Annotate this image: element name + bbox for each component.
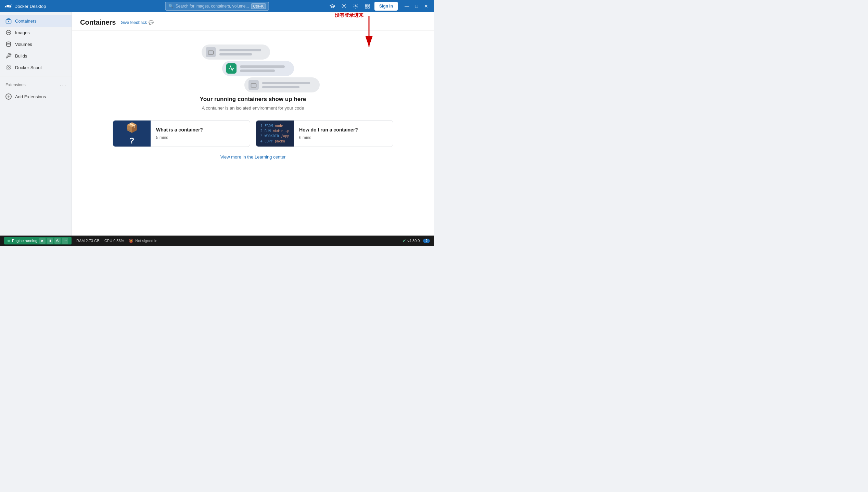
card-body-2: How do I run a container? 6 mins xyxy=(294,121,363,147)
engine-play-btn[interactable]: ▶ xyxy=(39,238,46,244)
images-icon xyxy=(5,29,12,36)
container-question-icon: 📦 xyxy=(126,122,138,133)
svg-rect-9 xyxy=(365,4,367,6)
grid-icon xyxy=(365,3,370,9)
version-label: v4.30.0 xyxy=(407,239,420,243)
pill-lines-3 xyxy=(262,82,316,88)
pill-line xyxy=(262,82,310,84)
docker-scout-icon xyxy=(5,64,12,71)
learning-cards: 📦 ? What is a container? 5 mins 1 FROM n… xyxy=(113,120,393,147)
extensions-label: Extensions xyxy=(5,83,26,87)
docker-scout-label: Docker Scout xyxy=(15,65,42,70)
svg-point-6 xyxy=(10,5,11,6)
learn-icon-btn[interactable] xyxy=(328,2,337,11)
container-illustrations xyxy=(181,41,325,89)
images-label: Images xyxy=(15,30,30,35)
feedback-icon: 💬 xyxy=(149,20,154,25)
search-box[interactable]: 🔍 Search for images, containers, volume.… xyxy=(165,2,269,11)
svg-rect-3 xyxy=(8,6,10,7)
page-title: Containers xyxy=(80,18,116,26)
illus-pill-3 xyxy=(244,77,320,92)
svg-point-8 xyxy=(355,5,356,7)
sidebar-item-volumes[interactable]: Volumes xyxy=(0,38,72,50)
illus-pill-1 xyxy=(202,45,270,60)
containers-icon xyxy=(5,18,12,24)
sidebar-item-images[interactable]: Images xyxy=(0,27,72,38)
check-icon: ✔ xyxy=(403,238,406,243)
app-body: Containers Images Volumes xyxy=(0,12,434,236)
gear-icon xyxy=(353,3,358,9)
grid-icon-btn[interactable] xyxy=(363,2,372,11)
svg-point-17 xyxy=(7,42,11,43)
card-duration-2: 6 mins xyxy=(299,135,358,140)
volumes-label: Volumes xyxy=(15,42,32,47)
svg-point-19 xyxy=(6,65,11,70)
sidebar-item-docker-scout[interactable]: Docker Scout xyxy=(0,62,72,73)
svg-rect-20 xyxy=(208,51,214,54)
pill-line xyxy=(240,65,285,68)
svg-point-18 xyxy=(8,67,10,68)
signin-button[interactable]: Sign in xyxy=(374,2,398,11)
sidebar: Containers Images Volumes xyxy=(0,12,72,236)
pill-line xyxy=(219,49,261,51)
main-content: Containers Give feedback 💬 xyxy=(72,12,434,236)
learn-card-1[interactable]: 📦 ? What is a container? 5 mins xyxy=(113,120,250,147)
view-more-link[interactable]: View more in the Learning center xyxy=(220,154,286,160)
question-mark: ? xyxy=(129,136,135,146)
add-extensions-icon: + xyxy=(5,93,12,100)
svg-rect-10 xyxy=(368,4,369,6)
svg-rect-21 xyxy=(251,84,256,87)
app-logo: Docker Desktop xyxy=(4,3,46,9)
statusbar-right: ✔ v4.30.0 2 xyxy=(403,238,430,243)
pill-lines-2 xyxy=(240,65,290,72)
card-title-2: How do I run a container? xyxy=(299,127,358,133)
engine-pause-btn[interactable]: ⏸ xyxy=(47,238,53,244)
add-extensions-label: Add Extensions xyxy=(15,94,46,99)
graduate-cap-icon xyxy=(330,3,335,9)
card-duration-1: 5 mins xyxy=(156,135,203,140)
extensions-header: Extensions ⋯ xyxy=(0,79,72,91)
bug-icon xyxy=(341,3,347,9)
bug-icon-btn[interactable] xyxy=(340,2,348,11)
search-bar[interactable]: 🔍 Search for images, containers, volume.… xyxy=(165,2,269,11)
engine-more-btn[interactable]: ⋯ xyxy=(62,238,68,244)
pill-line xyxy=(240,70,275,72)
card-thumb-2: 1 FROM node 2 RUN mkdir -p 3 WORKDIR /ap… xyxy=(256,121,294,147)
maximize-button[interactable]: □ xyxy=(413,2,420,10)
card-title-1: What is a container? xyxy=(156,127,203,133)
add-extensions-item[interactable]: + Add Extensions xyxy=(0,91,72,102)
svg-rect-11 xyxy=(365,7,367,8)
sidebar-item-builds[interactable]: Builds xyxy=(0,50,72,62)
empty-desc: A container is an isolated environment f… xyxy=(202,105,304,111)
learn-card-2[interactable]: 1 FROM node 2 RUN mkdir -p 3 WORKDIR /ap… xyxy=(256,120,393,147)
ram-stat: RAM 2.73 GB xyxy=(76,239,100,243)
card-body-1: What is a container? 5 mins xyxy=(151,121,208,147)
engine-label: Engine running xyxy=(12,239,37,243)
notifications-badge[interactable]: 2 xyxy=(423,239,430,243)
docker-whale-icon xyxy=(4,3,12,9)
page-header: Containers Give feedback 💬 xyxy=(72,12,434,31)
card-thumb-1: 📦 ? xyxy=(113,121,151,147)
settings-icon-btn[interactable] xyxy=(351,2,360,11)
engine-running-indicator: Engine running ▶ ⏸ ⏻ ⋯ xyxy=(4,237,72,244)
search-shortcut: Ctrl+K xyxy=(251,3,266,9)
not-signed-icon: 🔕 xyxy=(129,239,133,243)
builds-icon xyxy=(5,53,12,59)
feedback-link[interactable]: Give feedback 💬 xyxy=(120,20,154,25)
version-badge: ✔ v4.30.0 xyxy=(403,238,420,243)
engine-reset-btn[interactable]: ⏻ xyxy=(54,238,61,244)
feedback-label: Give feedback xyxy=(120,20,147,25)
svg-rect-12 xyxy=(368,7,369,8)
titlebar: Docker Desktop 🔍 Search for images, cont… xyxy=(0,0,434,12)
engine-controls: ▶ ⏸ ⏻ ⋯ xyxy=(39,238,68,244)
sidebar-item-containers[interactable]: Containers xyxy=(0,15,72,27)
extensions-more-button[interactable]: ⋯ xyxy=(60,82,66,88)
svg-rect-2 xyxy=(7,5,8,6)
search-icon: 🔍 xyxy=(168,4,174,9)
pill-icon-3 xyxy=(248,80,259,90)
engine-dot xyxy=(8,240,10,242)
empty-state: Your running containers show up here A c… xyxy=(72,31,434,166)
pill-lines-1 xyxy=(219,49,266,55)
close-button[interactable]: ✕ xyxy=(422,2,430,10)
minimize-button[interactable]: — xyxy=(403,2,411,10)
